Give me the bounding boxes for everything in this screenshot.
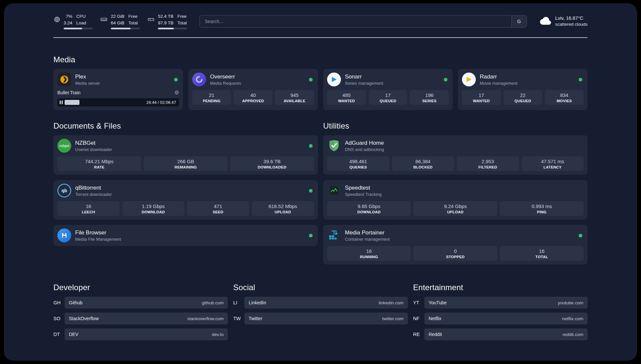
dashboard-content: 7% 3.24 CPU Load [53,3,588,340]
bookmark-url: netflix.com [562,316,583,321]
stat-tile: 86,384 BLOCKED [392,156,454,171]
stat-tile: 0 STOPPED [413,246,497,261]
cpu-label-1: CPU [76,13,86,20]
stat-label: UPLOAD [415,210,496,214]
disk-total-value: 97.9 TB [158,20,173,26]
card-portainer[interactable]: Media Portainer Container management 16 … [323,225,588,264]
stat-tile: 485 WANTED [327,90,366,105]
bookmark-dev[interactable]: DT DEV dev.to [53,328,228,340]
bookmark-reddit[interactable]: RE Reddit reddit.com [413,328,588,340]
bookmark-name: Reddit [429,332,442,337]
bookmark-abbr: YT [413,300,424,305]
bookmark-url: dev.to [212,332,224,337]
card-adguard[interactable]: AdGuard Home DNS and adblocking 498,461 … [323,135,588,175]
bookmark-name: DEV [69,332,78,337]
stat-tile: 1.19 Gbps DOWNLOAD [122,201,185,216]
stat-value: 39.6 TB [231,159,313,164]
card-radarr[interactable]: Radarr Movie management 17 WANTED 22 QUE… [458,69,588,110]
search-engine-button[interactable]: G [511,15,527,27]
speedtest-icon [327,184,341,197]
ram-readout: 22 GiB 64 GiB Free Total [111,13,140,29]
ram-icon [100,16,108,24]
playback-progress-bar[interactable] [65,98,143,106]
status-dot-online [309,78,313,81]
stat-tile: 9.65 Gbps DOWNLOAD [327,201,411,216]
app-subtitle: Series management [345,81,440,86]
status-dot-online [444,78,447,81]
stat-tile: 21 PENDING [192,90,231,105]
card-plex[interactable]: Plex Media server Bullet Train ⚙ [53,69,183,110]
stat-label: LATENCY [523,165,583,169]
stat-label: DOWNLOADED [231,165,313,169]
stat-value: 834 [546,92,582,98]
status-dot-online [309,234,313,237]
stat-value: 22 [505,92,541,98]
disk-monitor: 52.4 TB 97.9 TB Free Total [147,13,187,29]
card-filebrowser[interactable]: File Browser Media File Management [53,225,318,246]
card-qbittorrent[interactable]: qb qBittorrent Torrent downloader 16 [53,180,318,220]
ram-label-2: Total [128,20,138,26]
bookmark-youtube[interactable]: YT YouTube youtube.com [413,297,588,309]
stat-label: MOVIES [546,99,582,103]
bookmark-linkedin[interactable]: LI LinkedIn linkedin.com [233,297,408,309]
cpu-load-value: 3.24 [64,20,72,26]
overseerr-icon [192,73,206,86]
app-subtitle: Container management [345,237,575,242]
topbar: 7% 3.24 CPU Load [53,13,588,29]
section-title-documents: Documents & Files [53,121,318,131]
stat-label: APPROVED [235,99,271,103]
stat-label: FILTERED [458,165,518,169]
bookmark-twitter[interactable]: TW Twitter twitter.com [233,313,408,324]
stat-tile: 196 SERIES [410,90,449,105]
stat-label: QUEUED [505,99,541,103]
bookmark-url: twitter.com [382,316,404,321]
app-name: Media Portainer [345,229,575,236]
status-dot-online [309,144,313,148]
stat-label: REMAINING [145,165,226,169]
stat-value: 17 [463,92,500,98]
stat-tile: 47.571 ms LATENCY [522,156,584,171]
stat-value: 9.65 Gbps [328,203,410,209]
weather-location: Lviv, 16.87°C [555,15,588,21]
status-dot-online [309,189,313,193]
bookmark-stackoverflow[interactable]: SO StackOverflow stackoverflow.com [53,313,228,324]
bookmark-abbr: TW [233,316,244,321]
bookmark-abbr: NF [413,316,424,321]
stat-label: DOWNLOAD [328,210,410,214]
stat-label: TOTAL [501,255,582,259]
weather-widget[interactable]: Lviv, 16.87°C scattered clouds [539,15,588,28]
stat-value: 498,461 [328,159,388,164]
stat-label: UPLOAD [253,210,313,214]
section-title-utilities: Utilities [323,121,588,131]
search-input[interactable] [200,15,511,27]
card-speedtest[interactable]: Speedtest Speedtest Tracking 9.65 Gbps D… [323,180,588,220]
app-name: Overseerr [210,74,305,80]
stat-value: 618.52 Mbps [253,203,313,209]
stat-label: RUNNING [328,255,410,259]
app-name: Plex [75,74,170,80]
stat-label: RATE [59,165,140,169]
cpu-usage-fill [64,28,82,29]
stat-value: 2,953 [458,159,518,164]
bookmark-url: linkedin.com [379,300,404,305]
cpu-icon [53,16,61,24]
pause-button[interactable] [60,101,63,104]
app-name: qBittorrent [75,185,305,191]
gear-icon[interactable]: ⚙ [174,89,179,96]
stat-value: 1.19 Gbps [124,203,183,209]
stat-value: 16 [59,203,118,209]
cpu-monitor: 7% 3.24 CPU Load [53,13,93,29]
stat-tile: 498,461 QUERIES [327,156,389,171]
app-subtitle: Media Requests [210,81,305,86]
stat-label: LEECH [59,210,118,214]
playback-progress-fill [65,100,79,105]
card-overseerr[interactable]: Overseerr Media Requests 21 PENDING 40 A… [188,69,318,110]
card-sonarr[interactable]: Sonarr Series management 485 WANTED 17 Q… [323,69,453,110]
bookmark-netflix[interactable]: NF Netflix netflix.com [413,313,588,324]
bookmark-github[interactable]: GH Github github.com [53,297,228,309]
cloud-icon [539,16,552,26]
playback-time: 24:44 / 02:06:47 [146,100,176,105]
cpu-label-2: Load [76,20,86,26]
stat-tile: 744.21 Mbps RATE [57,156,141,171]
card-nzbget[interactable]: nzbget NZBGet Usenet downloader 744.21 M… [53,135,318,175]
